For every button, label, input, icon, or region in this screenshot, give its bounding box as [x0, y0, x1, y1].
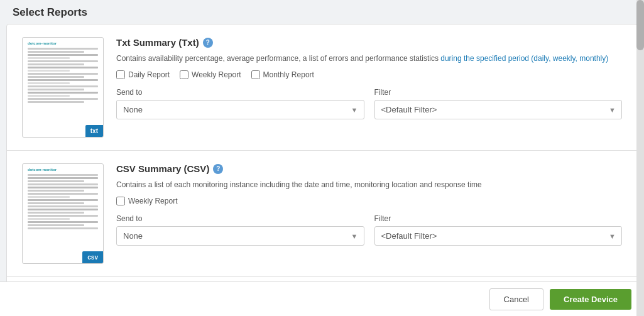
txt-checkboxes-row: Daily Report Weekly Report Monthly Repor… [116, 70, 622, 79]
txt-daily-label: Daily Report [128, 70, 170, 79]
txt-send-to-label: Send to [116, 88, 364, 97]
csv-title-text: CSV Summary (CSV) [116, 163, 209, 174]
cancel-button[interactable]: Cancel [489, 288, 543, 310]
thumb-line [28, 212, 84, 214]
create-device-button[interactable]: Create Device [550, 289, 631, 310]
page-title: Select Reports [13, 6, 87, 18]
txt-weekly-label: Weekly Report [192, 70, 241, 79]
csv-description: Contains a list of each monitoring insta… [116, 179, 622, 190]
csv-send-to-select[interactable]: None [116, 226, 364, 246]
thumb-line [28, 63, 84, 65]
txt-filter-label: Filter [374, 88, 623, 97]
txt-monthly-checkbox[interactable] [251, 70, 260, 79]
txt-form-row: Send to None ▼ Filter [116, 88, 622, 119]
thumb-line [28, 73, 98, 75]
csv-report-section: dotcom-monitor [7, 151, 637, 277]
scrollbar[interactable] [636, 0, 644, 316]
txt-weekly-checkbox[interactable] [180, 70, 188, 79]
csv-report-body: dotcom-monitor [22, 163, 622, 264]
thumb-line [28, 82, 70, 84]
thumb-line [28, 221, 98, 223]
csv-weekly-checkbox-label[interactable]: Weekly Report [116, 197, 177, 205]
thumb-logo: dotcom-monitor [28, 41, 98, 45]
csv-form-row: Send to None ▼ Filter [116, 214, 622, 246]
thumbnail-content: dotcom-monitor [23, 38, 103, 108]
thumb-line [28, 183, 98, 185]
txt-filter-group: Filter <Default Filter> ▼ [374, 88, 623, 119]
txt-description: Contains availability percentage, averag… [116, 53, 622, 64]
txt-badge: txt [85, 125, 103, 137]
csv-filter-group: Filter <Default Filter> ▼ [374, 214, 623, 246]
txt-monthly-label: Monthly Report [263, 70, 314, 79]
thumb-line [28, 51, 84, 53]
thumb-line [28, 76, 84, 78]
csv-weekly-checkbox[interactable] [116, 197, 125, 205]
txt-report-body: dotcom-monitor [22, 37, 622, 138]
csv-send-to-wrapper: None ▼ [116, 226, 364, 246]
thumb-line [28, 174, 98, 176]
csv-checkboxes-row: Weekly Report [116, 197, 622, 205]
txt-title-text: Txt Summary (Txt) [116, 37, 199, 48]
csv-filter-label: Filter [374, 214, 623, 223]
thumb-line [28, 205, 98, 207]
footer-bar: Cancel Create Device [0, 281, 644, 316]
txt-weekly-checkbox-label[interactable]: Weekly Report [180, 70, 241, 79]
csv-thumbnail: dotcom-monitor [22, 163, 104, 264]
thumb-line [28, 85, 98, 87]
thumb-line [28, 177, 98, 179]
txt-report-info: Txt Summary (Txt) ? Contains availabilit… [116, 37, 622, 138]
csv-report-title: CSV Summary (CSV) ? [116, 163, 223, 174]
csv-report-header: CSV Summary (CSV) ? [116, 163, 622, 174]
csv-send-to-label: Send to [116, 214, 364, 223]
thumb-line [28, 70, 70, 72]
thumb-line [28, 95, 70, 97]
thumb-line [28, 54, 98, 56]
scrollbar-thumb[interactable] [636, 0, 644, 50]
thumb-line [28, 79, 98, 81]
thumb-line [28, 187, 98, 188]
csv-report-info: CSV Summary (CSV) ? Contains a list of e… [116, 163, 622, 264]
txt-send-to-group: Send to None ▼ [116, 88, 364, 119]
txt-monthly-checkbox-label[interactable]: Monthly Report [251, 70, 314, 79]
thumb-line [28, 60, 98, 62]
thumb-line [28, 98, 98, 100]
thumb-line [28, 92, 98, 94]
txt-daily-checkbox-label[interactable]: Daily Report [116, 70, 170, 79]
main-container: Select Reports dotcom-monitor [0, 0, 644, 316]
txt-send-to-wrapper: None ▼ [116, 100, 364, 119]
thumb-line [28, 209, 98, 210]
txt-daily-checkbox[interactable] [116, 70, 125, 79]
thumb-line [28, 101, 84, 103]
thumb-line [28, 193, 98, 195]
csv-thumb-logo: dotcom-monitor [28, 168, 98, 172]
thumb-line [28, 48, 98, 50]
txt-send-to-select[interactable]: None [116, 100, 364, 119]
page-header: Select Reports [0, 0, 644, 24]
txt-report-section: dotcom-monitor [7, 25, 637, 151]
thumb-line [28, 227, 98, 229]
thumb-line [28, 67, 98, 68]
csv-help-icon[interactable]: ? [213, 164, 223, 174]
thumb-line [28, 89, 84, 90]
thumb-line [28, 196, 70, 198]
csv-weekly-label: Weekly Report [128, 197, 177, 205]
csv-filter-wrapper: <Default Filter> ▼ [374, 226, 623, 246]
thumb-line [28, 57, 70, 59]
csv-send-to-group: Send to None ▼ [116, 214, 364, 246]
txt-filter-wrapper: <Default Filter> ▼ [374, 100, 623, 119]
thumb-line [28, 215, 98, 217]
txt-filter-select[interactable]: <Default Filter> [374, 100, 623, 119]
csv-thumbnail-content: dotcom-monitor [23, 164, 103, 234]
csv-badge: csv [82, 251, 103, 263]
thumb-line [28, 224, 84, 226]
thumb-line [28, 199, 98, 201]
content-area: dotcom-monitor [6, 24, 638, 288]
thumb-line [28, 218, 70, 220]
txt-report-title: Txt Summary (Txt) ? [116, 37, 213, 48]
thumb-line [28, 190, 84, 192]
txt-thumbnail: dotcom-monitor [22, 37, 104, 138]
csv-filter-select[interactable]: <Default Filter> [374, 226, 623, 246]
thumb-line [28, 180, 84, 182]
txt-help-icon[interactable]: ? [203, 38, 213, 48]
thumb-line [28, 202, 84, 204]
